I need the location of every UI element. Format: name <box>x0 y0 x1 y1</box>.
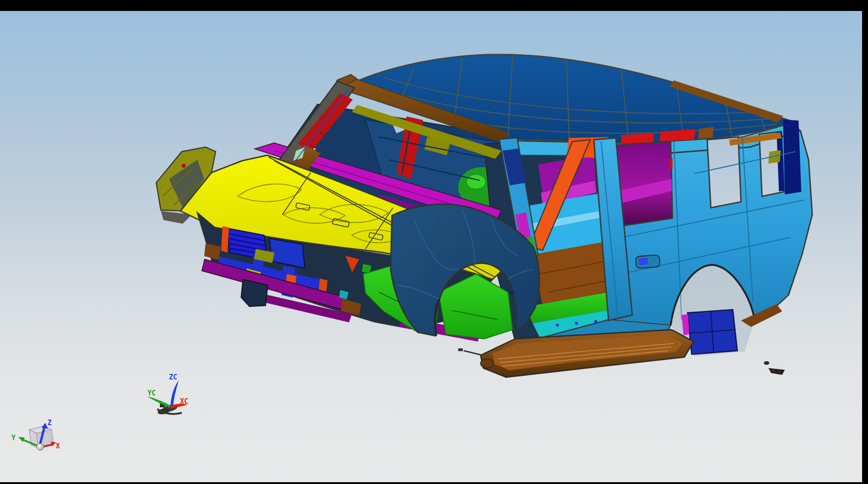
wcs-y-label: YC <box>148 389 156 397</box>
view-orientation-triad[interactable]: Z Y X <box>11 419 60 451</box>
letterbox-top <box>0 0 868 11</box>
wcs-x-label: XC <box>180 397 188 405</box>
view-x-label: X <box>56 442 60 450</box>
view-z-label: Z <box>48 419 52 427</box>
view-y-label: Y <box>11 434 16 442</box>
quarter-window-opening[interactable] <box>707 137 741 208</box>
wcs-y-axis-arrow[interactable] <box>147 396 170 408</box>
wcs-triad[interactable]: ZC YC XC <box>147 373 188 415</box>
door-handle-recess[interactable] <box>635 255 660 268</box>
rocker-step-board[interactable] <box>458 330 693 377</box>
wcs-z-label: ZC <box>169 373 177 381</box>
loose-parts[interactable] <box>764 361 785 375</box>
3d-model-scene[interactable]: ZC YC XC Z Y X <box>0 0 868 484</box>
d-pillar[interactable] <box>783 120 801 195</box>
wcs-z-axis-arrow[interactable] <box>170 380 179 405</box>
letterbox-bottom <box>0 482 868 484</box>
cad-application-window: ZC YC XC Z Y X <box>0 0 868 484</box>
letterbox-right <box>862 0 868 484</box>
